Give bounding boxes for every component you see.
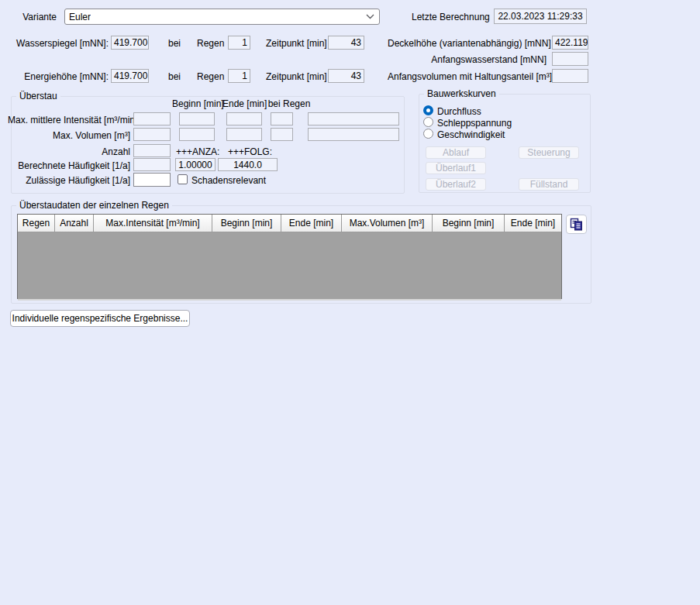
anfangsvolumen-label: Anfangsvolumen mit Haltungsanteil [m³] (388, 71, 547, 82)
zeitpunkt-label-2: Zeitpunkt [min] (266, 71, 327, 82)
ueberlauf2-button[interactable]: Überlauf2 (426, 178, 486, 191)
wasserspiegel-value[interactable]: 419.700 (111, 36, 149, 50)
individuelle-ergebnisse-button[interactable]: Individuelle regenspezifische Ergebnisse… (10, 310, 190, 327)
letzte-berechnung-label: Letzte Berechnung (412, 12, 490, 22)
ueberstaudaten-group-title: Überstaudaten der einzelnen Regen (16, 200, 172, 211)
anfangsvolumen-value[interactable] (552, 69, 588, 83)
table-header-ende-2[interactable]: Ende [min] (505, 215, 561, 232)
regen-label-1: Regen (197, 38, 224, 49)
max-intensitaet-value[interactable] (133, 112, 171, 125)
energiehoehe-zeitpunkt-value[interactable]: 43 (328, 69, 364, 83)
anfangswasserstand-label: Anfangswasserstand [mNN] (388, 54, 547, 65)
max-intensitaet-ende-value[interactable] (226, 112, 262, 125)
ueberlauf1-button[interactable]: Überlauf1 (426, 162, 486, 174)
table-header-anzahl[interactable]: Anzahl (55, 215, 94, 232)
wasserspiegel-regen-value[interactable]: 1 (228, 36, 250, 50)
folg-label: +++FOLG: (228, 146, 272, 157)
energiehoehe-regen-value[interactable]: 1 (228, 69, 250, 83)
schadensrelevant-label: Schadensrelevant (191, 175, 266, 186)
max-intensitaet-bei-regen-value[interactable] (271, 112, 293, 125)
radio-geschwindigkeit[interactable] (423, 129, 433, 139)
ueberstau-col-bei-regen-label: bei Regen (267, 98, 311, 109)
table-header-beginn-2[interactable]: Beginn [min] (433, 215, 505, 232)
variante-label: Variante (8, 12, 57, 22)
letzte-berechnung-value[interactable]: 22.03.2023 11:29:33 (494, 9, 587, 24)
zulaessige-haeufigkeit-input[interactable] (133, 173, 171, 187)
table-header-beginn-1[interactable]: Beginn [min] (212, 215, 281, 232)
results-panel: { "header": { "variante_label": "Variant… (0, 0, 700, 605)
ueberstau-col-ende-label: Ende [min] (222, 98, 263, 109)
ueberstau-group-title: Überstau (16, 91, 60, 101)
max-intensitaet-regen-name-value[interactable] (308, 112, 399, 125)
bauwerkskurven-group-title: Bauwerkskurven (424, 88, 499, 99)
max-volumen-label: Max. Volumen [m³] (8, 130, 130, 141)
anza-label: +++ANZA: (176, 146, 219, 157)
variante-combobox[interactable]: Euler (64, 9, 380, 25)
radio-geschwindigkeit-label[interactable]: Geschwindigkeit (437, 129, 505, 140)
max-volumen-value[interactable] (133, 128, 171, 141)
radio-durchfluss-label[interactable]: Durchfluss (437, 106, 481, 117)
bei-label-1: bei (168, 38, 181, 49)
berechnete-haeufigkeit-value[interactable] (133, 158, 171, 171)
bei-label-2: bei (168, 71, 181, 82)
wasserspiegel-zeitpunkt-value[interactable]: 43 (328, 36, 364, 50)
ueberstaudaten-table[interactable]: Regen Anzahl Max.Intensität [m³/min] Beg… (17, 214, 562, 299)
zeitpunkt-label-1: Zeitpunkt [min] (266, 38, 327, 49)
steuerung-button[interactable]: Steuerung (519, 146, 579, 159)
table-header-max-volumen[interactable]: Max.Volumen [m³] (342, 215, 433, 232)
max-intensitaet-label: Max. mittlere Intensität [m³/min] (8, 115, 130, 125)
max-volumen-bei-regen-value[interactable] (271, 128, 293, 141)
ueberstau-col-beginn-label: Beginn [min] (172, 98, 217, 109)
copy-icon (570, 218, 583, 231)
berechnete-haeufigkeit-label: Berechnete Häufigkeit [1/a] (8, 160, 130, 171)
schadensrelevant-checkbox[interactable] (178, 174, 188, 184)
radio-durchfluss[interactable] (423, 105, 433, 115)
deckelhoehe-label: Deckelhöhe (variantenabhängig) [mNN] (388, 38, 547, 49)
wasserspiegel-label: Wasserspiegel [mNN]: (8, 38, 109, 49)
max-volumen-regen-name-value[interactable] (308, 128, 399, 141)
deckelhoehe-value[interactable]: 422.119 (552, 36, 588, 50)
zulaessige-haeufigkeit-label: Zulässige Häufigkeit [1/a] (8, 175, 130, 186)
max-volumen-ende-value[interactable] (226, 128, 262, 141)
table-body-empty (18, 232, 561, 301)
folg-value[interactable]: 1440.0 (218, 158, 278, 171)
energiehoehe-label: Energiehöhe [mNN]: (8, 71, 109, 82)
anfangswasserstand-value[interactable] (552, 52, 588, 66)
table-header-ende-1[interactable]: Ende [min] (281, 215, 342, 232)
table-header-max-intensitaet[interactable]: Max.Intensität [m³/min] (94, 215, 212, 232)
fuellstand-button[interactable]: Füllstand (519, 178, 579, 191)
anzahl-value[interactable] (133, 144, 171, 157)
radio-schleppspannung-label[interactable]: Schleppspannung (437, 118, 512, 129)
anza-value[interactable]: 1.00000 (175, 158, 216, 171)
table-header-regen[interactable]: Regen (18, 215, 55, 232)
chevron-down-icon (366, 14, 374, 19)
anzahl-label: Anzahl (8, 146, 130, 157)
ablauf-button[interactable]: Ablauf (426, 146, 486, 159)
variante-selected-value: Euler (69, 12, 91, 22)
table-header-row: Regen Anzahl Max.Intensität [m³/min] Beg… (18, 215, 561, 232)
regen-label-2: Regen (197, 71, 224, 82)
max-volumen-beginn-value[interactable] (179, 128, 215, 141)
radio-schleppspannung[interactable] (423, 117, 433, 127)
energiehoehe-value[interactable]: 419.700 (111, 69, 149, 83)
max-intensitaet-beginn-value[interactable] (179, 112, 215, 125)
copy-table-button[interactable] (566, 215, 587, 234)
